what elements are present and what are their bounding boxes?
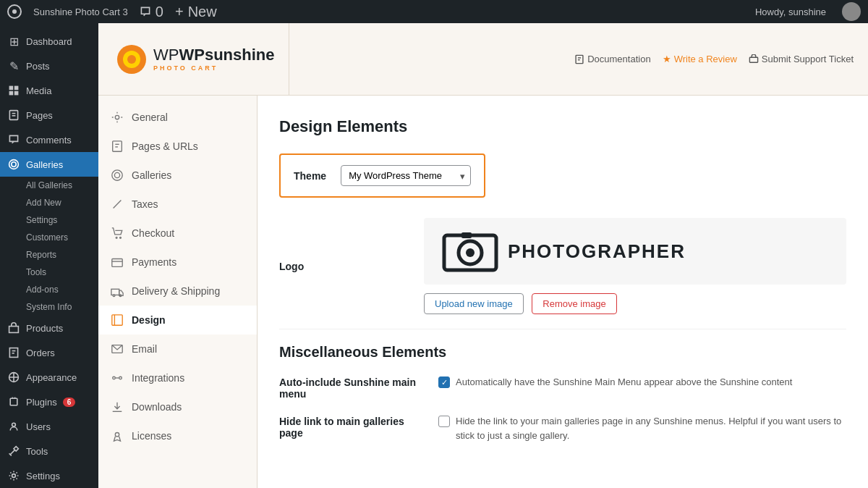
sidebar-item-posts[interactable]: ✎ Posts <box>0 54 98 78</box>
svg-rect-28 <box>113 141 122 151</box>
logo-label: Logo <box>279 261 424 272</box>
downloads-icon <box>110 400 124 414</box>
svg-point-9 <box>12 162 16 167</box>
ticket-icon <box>749 54 759 64</box>
submenu-system-info[interactable]: System Info <box>0 298 98 316</box>
general-icon <box>110 110 124 125</box>
appearance-icon <box>7 371 20 384</box>
comments-link[interactable]: 0 <box>140 4 163 20</box>
taxes-icon <box>110 197 124 211</box>
plugin-nav-checkout[interactable]: Checkout <box>98 219 257 248</box>
svg-point-44 <box>119 376 122 379</box>
plugin-nav-licenses[interactable]: Licenses <box>98 421 257 450</box>
payments-icon <box>110 255 124 269</box>
plugin-nav-design[interactable]: Design <box>98 306 257 335</box>
posts-icon: ✎ <box>7 59 20 72</box>
plugin-nav-downloads[interactable]: Downloads <box>98 392 257 421</box>
sidebar-item-users[interactable]: Users <box>0 414 98 439</box>
svg-rect-15 <box>10 398 17 405</box>
photographer-text: PHOTOGRAPHER <box>508 240 686 263</box>
sidebar-item-plugins[interactable]: Plugins 6 <box>0 390 98 414</box>
svg-point-50 <box>466 248 475 257</box>
sidebar-item-orders[interactable]: Orders <box>0 340 98 365</box>
sidebar-item-tools[interactable]: Tools <box>0 439 98 463</box>
galleries-nav-icon <box>110 168 124 182</box>
submenu-all-galleries[interactable]: All Galleries <box>0 177 98 194</box>
user-avatar[interactable] <box>842 2 861 21</box>
plugin-nav-pages-urls[interactable]: Pages & URLs <box>98 132 257 161</box>
plugin-nav-payments[interactable]: Payments <box>98 248 257 277</box>
plugin-nav-delivery[interactable]: Delivery & Shipping <box>98 277 257 306</box>
plugin-nav-integrations[interactable]: Integrations <box>98 363 257 392</box>
brand-wp: WPWPsunshine <box>153 46 274 64</box>
theme-select[interactable]: My WordPress Theme <box>341 165 471 186</box>
design-elements-heading: Design Elements <box>279 117 846 136</box>
tools-icon <box>7 445 20 458</box>
svg-point-1 <box>12 9 17 14</box>
licenses-icon <box>110 429 124 443</box>
auto-menu-row: Auto-include Sunshine main menu Automati… <box>279 375 846 400</box>
hide-link-checkbox[interactable] <box>438 416 450 427</box>
products-icon <box>7 321 20 335</box>
upload-image-button[interactable]: Upload new image <box>424 293 524 314</box>
sidebar-item-dashboard[interactable]: ⊞ Dashboard <box>0 29 98 54</box>
delivery-icon <box>110 284 124 298</box>
auto-menu-checkbox[interactable] <box>438 376 450 388</box>
remove-image-button[interactable]: Remove image <box>532 293 616 314</box>
sidebar-item-media[interactable]: Media <box>0 78 98 103</box>
new-content[interactable]: + New <box>175 4 217 20</box>
svg-point-38 <box>113 295 115 297</box>
plugins-icon <box>7 395 20 408</box>
submenu-reports[interactable]: Reports <box>0 246 98 264</box>
svg-point-27 <box>115 115 119 119</box>
svg-rect-5 <box>14 91 19 96</box>
dashboard-icon: ⊞ <box>7 35 20 48</box>
wp-wrap: ⊞ Dashboard ✎ Posts Media Pages Comments <box>0 23 868 488</box>
pages-urls-icon <box>110 139 124 153</box>
sidebar-item-pages[interactable]: Pages <box>0 103 98 127</box>
sidebar-item-products[interactable]: Products <box>0 316 98 340</box>
email-icon <box>110 342 124 356</box>
sidebar-item-comments[interactable]: Comments <box>0 127 98 152</box>
plugin-logo-area: WPWPsunshine PHOTO CART <box>113 23 289 95</box>
svg-rect-4 <box>9 91 14 96</box>
pages-icon <box>7 109 20 122</box>
misc-elements-heading: Miscellaneous Elements <box>279 344 846 361</box>
sidebar-item-appearance[interactable]: Appearance <box>0 365 98 390</box>
theme-select-wrapper[interactable]: My WordPress Theme <box>341 165 471 186</box>
auto-menu-label: Auto-include Sunshine main menu <box>279 375 424 400</box>
media-icon <box>7 84 20 97</box>
design-icon <box>110 313 124 327</box>
auto-menu-control: Automatically have the Sunshine Main Men… <box>438 375 846 390</box>
orders-icon <box>7 346 20 359</box>
checkout-icon <box>110 226 124 240</box>
plugin-top-links: Documentation ★ Write a Review Submit Su… <box>574 23 854 95</box>
svg-rect-11 <box>9 327 19 333</box>
sidebar-item-settings[interactable]: Settings <box>0 463 98 488</box>
documentation-link[interactable]: Documentation <box>574 54 650 64</box>
plugin-nav-email[interactable]: Email <box>98 335 257 363</box>
plugin-nav-galleries[interactable]: Galleries <box>98 161 257 190</box>
submenu-customers[interactable]: Customers <box>0 229 98 246</box>
svg-point-31 <box>114 172 119 177</box>
submenu-add-new[interactable]: Add New <box>0 194 98 211</box>
submenu-tools[interactable]: Tools <box>0 264 98 281</box>
hide-link-row: Hide link to main galleries page Hide th… <box>279 414 846 442</box>
brand-sub: PHOTO CART <box>153 64 274 72</box>
svg-point-18 <box>12 423 16 426</box>
wp-logo[interactable] <box>7 4 22 19</box>
review-link[interactable]: ★ Write a Review <box>663 54 737 64</box>
svg-rect-40 <box>112 315 122 325</box>
submenu-settings[interactable]: Settings <box>0 211 98 229</box>
plugin-nav-general[interactable]: General <box>98 103 257 132</box>
content-area: General Pages & URLs Galleries <box>98 96 868 488</box>
svg-rect-26 <box>749 57 757 62</box>
submenu-addons[interactable]: Add-ons <box>0 281 98 298</box>
theme-label: Theme <box>294 170 326 182</box>
plugin-nav-taxes[interactable]: Taxes <box>98 190 257 219</box>
sidebar-item-galleries[interactable]: Galleries <box>0 152 98 177</box>
svg-point-19 <box>12 474 16 478</box>
site-name[interactable]: Sunshine Photo Cart 3 <box>33 7 128 17</box>
support-link[interactable]: Submit Support Ticket <box>749 54 854 64</box>
plugins-badge: 6 <box>63 397 76 407</box>
